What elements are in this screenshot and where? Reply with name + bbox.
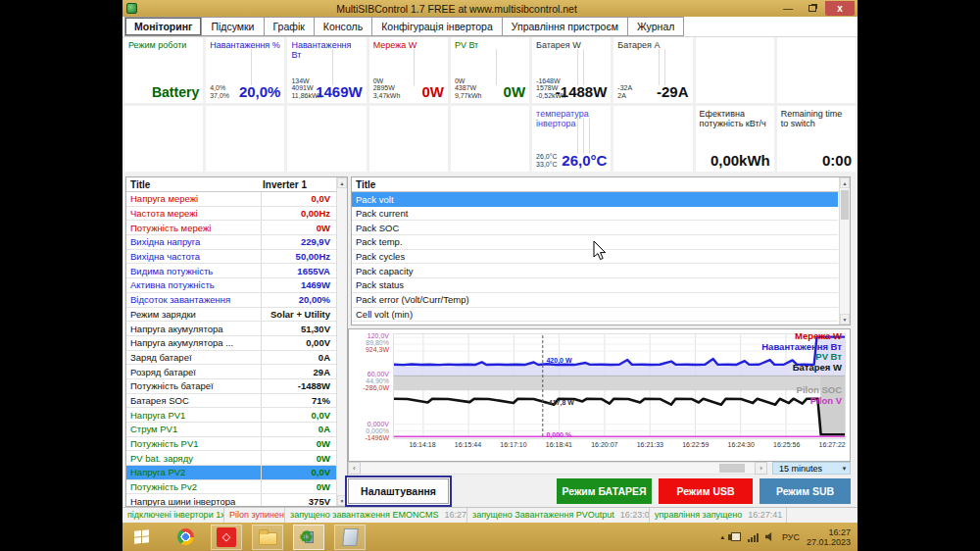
list-item[interactable]: Cell volt (min) xyxy=(352,308,838,323)
table-row[interactable]: Вихідна напруга229,9V xyxy=(126,235,347,250)
table-row[interactable]: Напруга PV10,0V xyxy=(126,408,347,423)
gauge-panel-empty xyxy=(451,106,529,172)
table-row[interactable]: Потужність мережі0W xyxy=(126,221,347,235)
pack-list-scrollbar[interactable]: ▲ ▼ xyxy=(839,177,850,325)
scroll-down-icon[interactable]: ▼ xyxy=(840,314,850,325)
gauge-value: Battery xyxy=(152,84,199,100)
hidden-icons-icon[interactable]: ▴ xyxy=(720,533,724,541)
table-row[interactable]: Потужність PV10W xyxy=(126,437,347,452)
language-indicator[interactable]: РУС xyxy=(782,532,800,542)
table-row[interactable]: PV bat. заряду0W xyxy=(126,451,347,466)
close-button[interactable]: x xyxy=(825,1,855,16)
table-row[interactable]: Розряд батареї29A xyxy=(126,365,347,379)
gauge-inverter-temperature: температура інвертора26,0°C33,0°C26,0°C xyxy=(532,106,611,172)
tab-bar: МоніторингПідсумкиГрафікКонсольКонфігура… xyxy=(122,17,858,37)
row-value: 71% xyxy=(262,395,333,406)
taskbar-item-notepad[interactable] xyxy=(334,525,366,550)
row-label: Напруга акумулятора ... xyxy=(126,336,262,350)
list-item[interactable]: Pack current xyxy=(352,207,838,222)
table-row[interactable]: Видима потужність1655VA xyxy=(126,264,347,278)
speaker-icon[interactable] xyxy=(765,532,775,542)
tab-inverter-config[interactable]: Конфігурація інвертора xyxy=(372,17,503,36)
column-title: Title xyxy=(352,179,850,190)
sub-mode-button[interactable]: Режим SUB xyxy=(760,478,851,504)
status-item: запущено завантаження EMONCMS16:27:49 xyxy=(285,508,467,523)
table-row[interactable]: Напруга акумулятора ...0,00V xyxy=(126,336,347,351)
gauges-grid: Режим роботиBatteryНавантаження %4,0%37,… xyxy=(124,37,856,174)
scroll-up-icon[interactable]: ▲ xyxy=(337,177,347,188)
usb-mode-button[interactable]: Режим USB xyxy=(659,478,753,504)
row-label: Напруга акумулятора xyxy=(126,322,262,335)
minimize-button[interactable]: — xyxy=(776,1,800,16)
scroll-right-icon[interactable]: › xyxy=(755,462,767,475)
chart-legend: Мережа WНавантаження ВтPV ВтБатарея WPil… xyxy=(761,331,842,406)
tab-console[interactable]: Консоль xyxy=(315,17,372,36)
legend-item: Pilon SOC xyxy=(761,385,842,396)
tab-summary[interactable]: Підсумки xyxy=(202,17,264,36)
time-range-select[interactable]: 15 minutes ▼ xyxy=(772,462,851,475)
tab-journal[interactable]: Журнал xyxy=(628,17,684,36)
table-row[interactable]: Батарея SOC71% xyxy=(126,394,347,409)
row-label: Розряд батареї xyxy=(126,365,262,378)
table-row[interactable]: Відсоток завантаження20,00% xyxy=(126,293,347,308)
table-row[interactable]: Активна потужність1469W xyxy=(126,278,347,293)
scrollbar-thumb[interactable] xyxy=(719,464,745,473)
network-signal-icon[interactable] xyxy=(748,532,759,542)
tab-graph[interactable]: Графік xyxy=(265,17,315,36)
table-row[interactable]: Потужність батареї-1488W xyxy=(126,379,347,394)
taskbar-item-multisibcontrol[interactable]: ♻ xyxy=(293,525,324,550)
sparkline-icon xyxy=(496,49,497,85)
start-button[interactable] xyxy=(122,523,160,551)
row-label: Потужність батареї xyxy=(126,379,262,393)
column-title: Title xyxy=(126,179,263,190)
list-item[interactable]: Pack error (Volt/Curr/Temp) xyxy=(352,293,838,308)
status-text: запущено Завантаження PVOutput xyxy=(472,510,614,520)
table-row[interactable]: Частота мережі0,00Hz xyxy=(126,207,347,222)
table-row[interactable]: Режим зарядкиSolar + Utility xyxy=(126,308,347,323)
row-value: 0A xyxy=(262,424,333,434)
notepad-icon xyxy=(342,528,359,546)
maximize-button[interactable] xyxy=(801,1,824,16)
taskbar-item-chrome[interactable] xyxy=(170,525,201,550)
list-item[interactable]: Pack status xyxy=(352,278,838,293)
power-plug-icon[interactable] xyxy=(731,532,741,541)
battery-mode-button[interactable]: Режим БАТАРЕЯ xyxy=(557,478,652,504)
x-axis-label: 16:17:10 xyxy=(489,441,538,448)
chart-h-scrollbar[interactable]: ‹ › 15 minutes ▼ xyxy=(348,462,851,475)
status-time: 16:23:01 xyxy=(620,510,650,520)
window-title: MultiSIBControl 1.7 FREE at www.multisib… xyxy=(137,3,776,15)
gauge-label: температура інвертора xyxy=(536,109,607,128)
scrollbar-thumb[interactable] xyxy=(841,190,849,220)
gauge-minmax-values: -32A2A xyxy=(617,84,632,99)
scrollbar-track[interactable] xyxy=(361,462,755,475)
row-value: 0W xyxy=(262,438,333,449)
table-row[interactable]: Напруга PV20,0V xyxy=(126,466,347,480)
table-row[interactable]: Потужність Pv20W xyxy=(126,480,347,495)
tab-device-control[interactable]: Управління пристроєм xyxy=(503,17,628,36)
scroll-down-icon[interactable]: ▼ xyxy=(337,495,347,506)
taskbar-item-explorer[interactable] xyxy=(252,525,283,550)
list-item[interactable]: Pack volt xyxy=(352,192,838,207)
table-row[interactable]: Напруга шини інвертора375V xyxy=(126,494,347,507)
tab-monitoring[interactable]: Моніторинг xyxy=(124,17,202,36)
gauge-load-watts: Навантаження Вт134W4091W11,86kWh1469W xyxy=(287,37,366,103)
table-row[interactable]: Вихідна частота50,00Hz xyxy=(126,250,347,265)
list-item[interactable]: Pack SOC xyxy=(352,221,838,235)
scroll-up-icon[interactable]: ▲ xyxy=(840,177,850,188)
gauge-load-percent: Навантаження %4,0%37,0%20,0% xyxy=(206,37,284,103)
table-row[interactable]: Заряд батареї0A xyxy=(126,351,347,366)
system-tray: ▴ РУС 16:27 27.01.2023 xyxy=(720,527,858,547)
left-table-scrollbar[interactable]: ▲ ▼ xyxy=(336,177,347,506)
gauge-pv-watts: PV Вт0W4387W9,77kWh0W xyxy=(451,37,529,103)
list-item[interactable]: Pack capacity xyxy=(352,264,838,278)
table-row[interactable]: Напруга акумулятора51,30V xyxy=(126,322,347,336)
table-row[interactable]: Напруга мережі0,0V xyxy=(126,192,347,207)
settings-button[interactable]: Налаштування xyxy=(348,478,449,504)
scroll-left-icon[interactable]: ‹ xyxy=(348,462,361,475)
taskbar-item-anydesk[interactable]: ◇ xyxy=(211,525,242,550)
tray-clock[interactable]: 16:27 27.01.2023 xyxy=(807,527,851,547)
table-row[interactable]: Струм PV10A xyxy=(126,423,347,437)
title-bar[interactable]: MultiSIBControl 1.7 FREE at www.multisib… xyxy=(122,0,858,17)
status-bar: підключені інвертори 1x16:27:49Pilon зуп… xyxy=(122,507,858,523)
row-value: 29A xyxy=(262,367,333,377)
